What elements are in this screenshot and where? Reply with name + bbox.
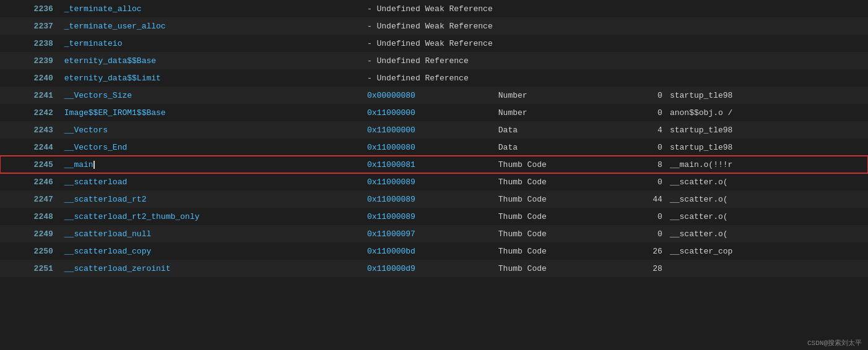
symbol-name: __Vectors_Size (61, 87, 363, 104)
table-row[interactable]: 2251__scatterload_zeroinit0x110000d9Thum… (0, 260, 868, 277)
symbol-ref: startup_tle98 (666, 139, 868, 156)
symbol-size: 0 (615, 225, 666, 242)
symbol-name: Image$$ER_IROM1$$Base (61, 104, 363, 121)
symbol-ref: __scatter.o( (666, 190, 868, 208)
symbol-ref: __scatter.o( (666, 208, 868, 225)
row-number: 2238 (0, 35, 61, 52)
symbol-table-container: 2236_terminate_alloc- Undefined Weak Ref… (0, 0, 868, 350)
symbol-size: 8 (615, 156, 666, 173)
symbol-ref: anon$$obj.o / (666, 104, 868, 121)
table-row[interactable]: 2241__Vectors_Size0x00000080Number0start… (0, 87, 868, 104)
symbol-size: 0 (615, 208, 666, 225)
symbol-size: 0 (615, 139, 666, 156)
symbol-address: 0x110000d9 (363, 260, 495, 277)
symbol-name: eternity_data$$Limit (61, 69, 363, 87)
symbol-name: __scatterload_rt2 (61, 190, 363, 208)
row-number: 2239 (0, 52, 61, 69)
table-row[interactable]: 2248__scatterload_rt2_thumb_only0x110000… (0, 208, 868, 225)
symbol-name: _terminateio (61, 35, 363, 52)
symbol-kind: Thumb Code (495, 242, 616, 260)
symbol-size: 26 (615, 242, 666, 260)
symbol-kind: Thumb Code (495, 156, 616, 173)
symbol-name: _terminate_user_alloc (61, 17, 363, 35)
symbol-address: 0x110000bd (363, 242, 495, 260)
symbol-ref: - Undefined Weak Reference (363, 35, 868, 52)
row-number: 2251 (0, 260, 61, 277)
table-row[interactable]: 2249__scatterload_null0x11000097Thumb Co… (0, 225, 868, 242)
symbol-kind: Number (495, 87, 616, 104)
row-number: 2243 (0, 121, 61, 139)
row-number: 2249 (0, 225, 61, 242)
symbol-table: 2236_terminate_alloc- Undefined Weak Ref… (0, 0, 868, 277)
symbol-address: 0x11000089 (363, 190, 495, 208)
symbol-kind: Number (495, 104, 616, 121)
symbol-ref (666, 260, 868, 277)
symbol-address: 0x00000080 (363, 87, 495, 104)
symbol-address: 0x11000089 (363, 173, 495, 190)
symbol-ref: - Undefined Weak Reference (363, 0, 868, 17)
row-number: 2237 (0, 17, 61, 35)
symbol-ref: startup_tle98 (666, 121, 868, 139)
table-row[interactable]: 2236_terminate_alloc- Undefined Weak Ref… (0, 0, 868, 17)
symbol-ref: __scatter.o( (666, 225, 868, 242)
symbol-address: 0x11000089 (363, 208, 495, 225)
symbol-ref: __scatter_cop (666, 242, 868, 260)
table-row[interactable]: 2239eternity_data$$Base- Undefined Refer… (0, 52, 868, 69)
symbol-kind: Data (495, 121, 616, 139)
symbol-ref: - Undefined Weak Reference (363, 17, 868, 35)
table-row[interactable]: 2243__Vectors0x11000000Data4startup_tle9… (0, 121, 868, 139)
symbol-name: __Vectors (61, 121, 363, 139)
symbol-kind: Thumb Code (495, 225, 616, 242)
symbol-size: 4 (615, 121, 666, 139)
table-row[interactable]: 2238_terminateio- Undefined Weak Referen… (0, 35, 868, 52)
symbol-size: 0 (615, 87, 666, 104)
row-number: 2242 (0, 104, 61, 121)
symbol-name: __scatterload_rt2_thumb_only (61, 208, 363, 225)
symbol-address: 0x11000000 (363, 121, 495, 139)
table-row[interactable]: 2250__scatterload_copy0x110000bdThumb Co… (0, 242, 868, 260)
symbol-name: __scatterload_copy (61, 242, 363, 260)
symbol-kind: Thumb Code (495, 208, 616, 225)
table-row[interactable]: 2242Image$$ER_IROM1$$Base0x11000000Numbe… (0, 104, 868, 121)
row-number: 2245 (0, 156, 61, 173)
symbol-address: 0x11000097 (363, 225, 495, 242)
row-number: 2236 (0, 0, 61, 17)
symbol-name: __scatterload (61, 173, 363, 190)
symbol-ref: startup_tle98 (666, 87, 868, 104)
symbol-name: __Vectors_End (61, 139, 363, 156)
row-number: 2250 (0, 242, 61, 260)
row-number: 2244 (0, 139, 61, 156)
symbol-name: __scatterload_null (61, 225, 363, 242)
table-row[interactable]: 2246__scatterload0x11000089Thumb Code0__… (0, 173, 868, 190)
symbol-ref: __scatter.o( (666, 173, 868, 190)
symbol-size: 28 (615, 260, 666, 277)
symbol-kind: Thumb Code (495, 173, 616, 190)
symbol-ref: - Undefined Reference (363, 69, 868, 87)
symbol-name: __scatterload_zeroinit (61, 260, 363, 277)
symbol-kind: Thumb Code (495, 260, 616, 277)
symbol-address: 0x11000080 (363, 139, 495, 156)
row-number: 2247 (0, 190, 61, 208)
row-number: 2246 (0, 173, 61, 190)
symbol-size: 0 (615, 173, 666, 190)
symbol-name: _terminate_alloc (61, 0, 363, 17)
table-row[interactable]: 2245__main0x11000081Thumb Code8__main.o(… (0, 156, 868, 173)
watermark-bottom-right: CSDN@搜索刘太平 (807, 338, 862, 348)
row-number: 2240 (0, 69, 61, 87)
table-row[interactable]: 2244__Vectors_End0x11000080Data0startup_… (0, 139, 868, 156)
symbol-name: eternity_data$$Base (61, 52, 363, 69)
symbol-kind: Data (495, 139, 616, 156)
symbol-ref: - Undefined Reference (363, 52, 868, 69)
symbol-size: 0 (615, 104, 666, 121)
symbol-address: 0x11000000 (363, 104, 495, 121)
table-row[interactable]: 2240eternity_data$$Limit- Undefined Refe… (0, 69, 868, 87)
symbol-ref: __main.o(!!!r (666, 156, 868, 173)
symbol-size: 44 (615, 190, 666, 208)
symbol-address: 0x11000081 (363, 156, 495, 173)
table-row[interactable]: 2237_terminate_user_alloc- Undefined Wea… (0, 17, 868, 35)
row-number: 2248 (0, 208, 61, 225)
row-number: 2241 (0, 87, 61, 104)
table-row[interactable]: 2247__scatterload_rt20x11000089Thumb Cod… (0, 190, 868, 208)
symbol-name: __main (61, 156, 363, 173)
symbol-kind: Thumb Code (495, 190, 616, 208)
